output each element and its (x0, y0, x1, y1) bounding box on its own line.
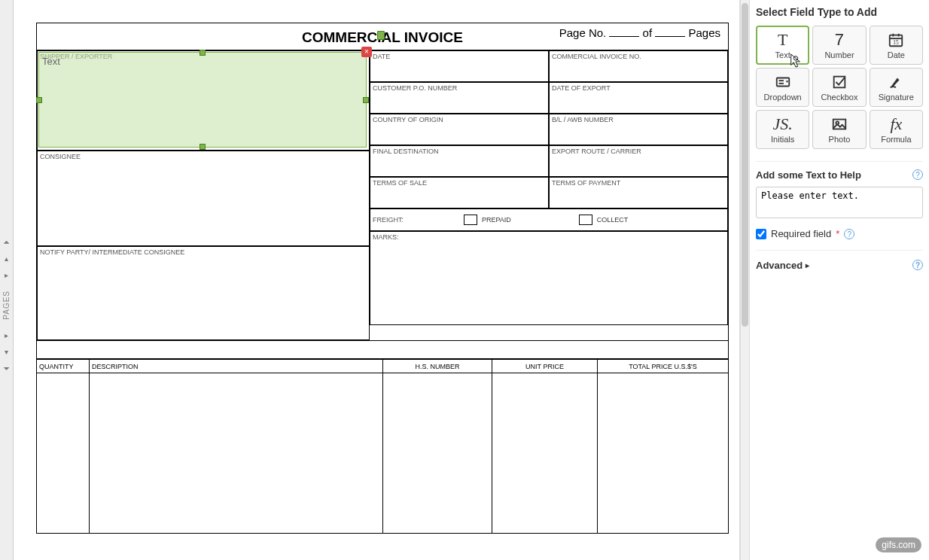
field-type-signature[interactable]: Signature (870, 68, 923, 107)
final-dest-label: FINAL DESTINATION (373, 148, 439, 155)
advanced-toggle[interactable]: Advanced ▸ ? (756, 250, 923, 271)
vertical-scrollbar[interactable] (740, 0, 749, 560)
initials-icon: JS. (773, 115, 793, 133)
hdr-tp: TOTAL PRICE U.S.$'S (598, 360, 728, 373)
col-total-price: TOTAL PRICE U.S.$'S (598, 360, 728, 533)
required-checkbox[interactable] (756, 229, 766, 239)
advanced-label: Advanced (756, 260, 803, 271)
field-type-photo[interactable]: Photo (812, 110, 866, 149)
field-type-formula-label: Formula (881, 135, 911, 144)
field-type-number[interactable]: 7 Number (812, 26, 866, 65)
freight-cell: FREIGHT: PREPAID COLLECT (370, 208, 728, 231)
resize-handle-s[interactable] (200, 144, 206, 150)
rail-down-icon[interactable]: ▾ (2, 347, 12, 358)
rail-up-icon[interactable]: ▴ (2, 253, 12, 263)
photo-icon (831, 115, 848, 133)
canvas-viewport[interactable]: COMMERCIAL INVOICE Page No. of Pages SHI… (14, 0, 740, 560)
rail-last-icon[interactable]: ⏷ (2, 364, 12, 374)
prepaid-checkbox[interactable] (464, 215, 477, 225)
freight-collect: COLLECT (579, 215, 629, 225)
resize-handle-e[interactable] (363, 97, 369, 103)
help-text-input[interactable] (756, 187, 923, 218)
date-export-cell: DATE OF EXPORT (549, 82, 728, 114)
collect-checkbox[interactable] (579, 215, 592, 225)
origin-label: COUNTRY OF ORIGIN (373, 116, 443, 123)
notify-label: NOTIFY PARTY/ INTERMEDIATE CONSIGNEE (40, 248, 184, 256)
selected-text-field[interactable]: Text × (38, 52, 367, 148)
resize-handle-n[interactable] (200, 50, 206, 56)
items-table: QUANTITY DESCRIPTION H.S. NUMBER UNIT PR… (37, 360, 728, 533)
field-type-initials[interactable]: JS. Initials (756, 110, 809, 149)
pages-text: Pages (688, 26, 720, 39)
field-type-text-label: Text (775, 50, 790, 59)
pages-rail: ⏶ ▴ ▸ PAGES ▸ ▾ ⏷ (0, 0, 14, 560)
consignee-cell: CONSIGNEE (37, 151, 370, 246)
col-unit-price: UNIT PRICE (492, 360, 598, 533)
terms-sale-label: TERMS OF SALE (373, 179, 427, 187)
pages-blank (655, 26, 685, 37)
field-type-photo-label: Photo (829, 135, 851, 144)
rail-expand-icon[interactable]: ▸ (2, 269, 12, 280)
resize-handle-w[interactable] (36, 97, 42, 103)
scrollbar-thumb[interactable] (742, 3, 748, 327)
terms-pay-label: TERMS OF PAYMENT (552, 179, 620, 187)
col-description: DESCRIPTION (90, 360, 383, 533)
help-text-title: Add some Text to Help (756, 169, 923, 181)
po-cell: CUSTOMER P.O. NUMBER (370, 82, 549, 114)
rail-first-icon[interactable]: ⏶ (2, 236, 12, 247)
required-label: Required field (771, 228, 831, 239)
notify-cell: NOTIFY PARTY/ INTERMEDIATE CONSIGNEE (37, 246, 370, 340)
properties-panel: Select Field Type to Add T Text 7 Number… (749, 0, 929, 560)
terms-pay-cell: TERMS OF PAYMENT (549, 177, 728, 208)
marks-cell: MARKS: (370, 231, 728, 325)
document-page[interactable]: COMMERCIAL INVOICE Page No. of Pages SHI… (36, 23, 729, 534)
route-cell: EXPORT ROUTE / CARRIER (549, 145, 728, 177)
invoice-no-cell: COMMERCIAL INVOICE NO. (549, 50, 728, 82)
svg-text:15: 15 (894, 39, 900, 46)
watermark: gifs.com (876, 537, 921, 552)
text-icon: T (778, 31, 787, 49)
route-label: EXPORT ROUTE / CARRIER (552, 148, 641, 155)
hdr-up: UNIT PRICE (492, 360, 597, 373)
page-header: COMMERCIAL INVOICE Page No. of Pages (37, 23, 728, 50)
field-type-signature-label: Signature (879, 93, 914, 102)
date-export-label: DATE OF EXPORT (552, 84, 611, 92)
rail-expand2-icon[interactable]: ▸ (2, 330, 12, 341)
collect-label: COLLECT (597, 216, 629, 224)
final-dest-cell: FINAL DESTINATION (370, 145, 549, 177)
freight-label: FREIGHT: (373, 216, 404, 224)
of-text: of (643, 26, 653, 39)
canvas: COMMERCIAL INVOICE Page No. of Pages SHI… (14, 0, 749, 560)
required-row: Required field * ? (756, 228, 923, 239)
po-label: CUSTOMER P.O. NUMBER (373, 84, 457, 92)
field-type-dropdown[interactable]: Dropdown (756, 68, 809, 107)
required-help-icon[interactable]: ? (844, 229, 854, 239)
calendar-icon: 15 (888, 31, 904, 49)
panel-title: Select Field Type to Add (756, 6, 923, 18)
field-type-checkbox[interactable]: Checkbox (812, 68, 866, 107)
resize-handle-icon[interactable] (377, 31, 385, 40)
field-type-text[interactable]: T Text (756, 26, 809, 65)
chevron-right-icon: ▸ (806, 261, 809, 269)
dropdown-icon (775, 73, 791, 91)
awb-cell: B/L / AWB NUMBER (549, 114, 728, 145)
field-type-dropdown-label: Dropdown (764, 93, 802, 102)
hdr-hs: H.S. NUMBER (383, 360, 492, 373)
hdr-quantity: QUANTITY (37, 360, 89, 373)
prepaid-label: PREPAID (482, 216, 511, 224)
page-number-label: Page No. of Pages (559, 26, 720, 39)
checkbox-icon (831, 73, 848, 91)
divider-strip (37, 340, 728, 360)
field-type-label: Text (42, 56, 60, 67)
field-type-checkbox-label: Checkbox (821, 93, 858, 102)
help-icon[interactable]: ? (912, 169, 923, 180)
page-no-blank (609, 26, 639, 37)
field-type-initials-label: Initials (771, 135, 794, 144)
delete-field-button[interactable]: × (361, 47, 372, 57)
hdr-description: DESCRIPTION (90, 360, 382, 373)
field-type-formula[interactable]: fx Formula (870, 110, 923, 149)
consignee-label: CONSIGNEE (40, 153, 81, 160)
advanced-help-icon[interactable]: ? (912, 260, 923, 270)
field-type-date[interactable]: 15 Date (870, 26, 923, 65)
rail-label: PAGES (2, 291, 11, 320)
